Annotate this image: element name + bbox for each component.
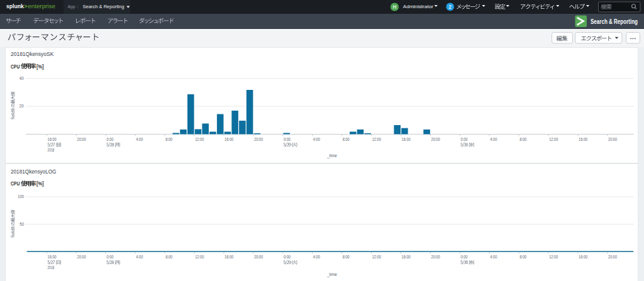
svg-text:Administrator: Administrator: [403, 4, 434, 9]
svg-text:2: 2: [448, 4, 452, 10]
svg-text:0:00: 0:00: [284, 137, 291, 142]
svg-text:8:00: 8:00: [343, 255, 350, 260]
svg-text:20:00: 20:00: [254, 137, 263, 142]
svg-text:16:00: 16:00: [579, 255, 587, 260]
svg-text:20181QkensyoLOG: 20181QkensyoLOG: [11, 168, 57, 175]
svg-text:8:00: 8:00: [165, 137, 172, 142]
svg-text:20:00: 20:00: [77, 137, 86, 142]
svg-text:>: >: [24, 3, 28, 9]
svg-text:12:00: 12:00: [549, 255, 558, 260]
svg-text:20:00: 20:00: [608, 137, 617, 142]
svg-text:_time: _time: [326, 153, 337, 158]
svg-text:20:00: 20:00: [431, 137, 440, 142]
svg-text:20:00: 20:00: [608, 255, 617, 260]
svg-text:20:00: 20:00: [254, 255, 263, 260]
svg-text:2018: 2018: [48, 265, 55, 270]
svg-text:0:00: 0:00: [460, 137, 467, 142]
svg-text:CPU: CPU: [11, 63, 20, 70]
svg-text:12:00: 12:00: [549, 137, 558, 142]
svg-text:20:00: 20:00: [77, 255, 86, 260]
svg-text:16:00: 16:00: [48, 137, 57, 142]
svg-text:0:00: 0:00: [106, 255, 113, 260]
svg-text:50: 50: [19, 222, 24, 226]
svg-text:splunk: splunk: [6, 3, 25, 9]
svg-text:8:00: 8:00: [165, 255, 172, 260]
svg-text:20:00: 20:00: [431, 255, 440, 260]
svg-text:12:00: 12:00: [195, 137, 204, 142]
svg-text:100: 100: [18, 194, 24, 199]
svg-text:2018: 2018: [48, 148, 55, 152]
svg-text:12:00: 12:00: [372, 137, 381, 142]
svg-text:16:00: 16:00: [579, 137, 587, 142]
svg-text:12:00: 12:00: [372, 255, 381, 260]
svg-text:0:00: 0:00: [284, 255, 291, 260]
svg-text:4:00: 4:00: [313, 137, 320, 142]
svg-text:App: App: [67, 4, 75, 9]
svg-text:[%]: [%]: [36, 180, 44, 187]
svg-text:Search & Reporting: Search & Reporting: [83, 4, 125, 9]
svg-text::: :: [77, 4, 79, 9]
svg-text:[%]: [%]: [36, 63, 44, 70]
svg-text:H: H: [392, 4, 396, 10]
svg-text:16:00: 16:00: [402, 137, 411, 142]
svg-text:4:00: 4:00: [136, 137, 143, 142]
svg-text:20: 20: [19, 104, 24, 108]
svg-text:8:00: 8:00: [519, 255, 526, 260]
svg-text:4:00: 4:00: [490, 255, 497, 260]
svg-text:12:00: 12:00: [195, 255, 204, 260]
svg-text:4:00: 4:00: [136, 255, 143, 260]
svg-text:4:00: 4:00: [490, 137, 497, 142]
svg-text:20181QkensyoSK: 20181QkensyoSK: [11, 51, 53, 57]
svg-text:enterprise: enterprise: [28, 3, 55, 9]
svg-text:16:00: 16:00: [402, 255, 411, 260]
svg-text:16:00: 16:00: [48, 255, 57, 260]
svg-text:CPU: CPU: [11, 180, 20, 187]
svg-text:Search & Reporting: Search & Reporting: [591, 18, 638, 25]
svg-text:8:00: 8:00: [343, 137, 350, 142]
svg-text:8:00: 8:00: [519, 137, 526, 142]
svg-text:0:00: 0:00: [460, 255, 467, 260]
svg-text:_time: _time: [326, 272, 337, 277]
svg-text:0:00: 0:00: [106, 137, 113, 142]
svg-text:4:00: 4:00: [313, 255, 320, 260]
svg-text:40: 40: [19, 76, 24, 80]
svg-text:16:00: 16:00: [225, 137, 233, 142]
svg-text:16:00: 16:00: [225, 255, 233, 260]
